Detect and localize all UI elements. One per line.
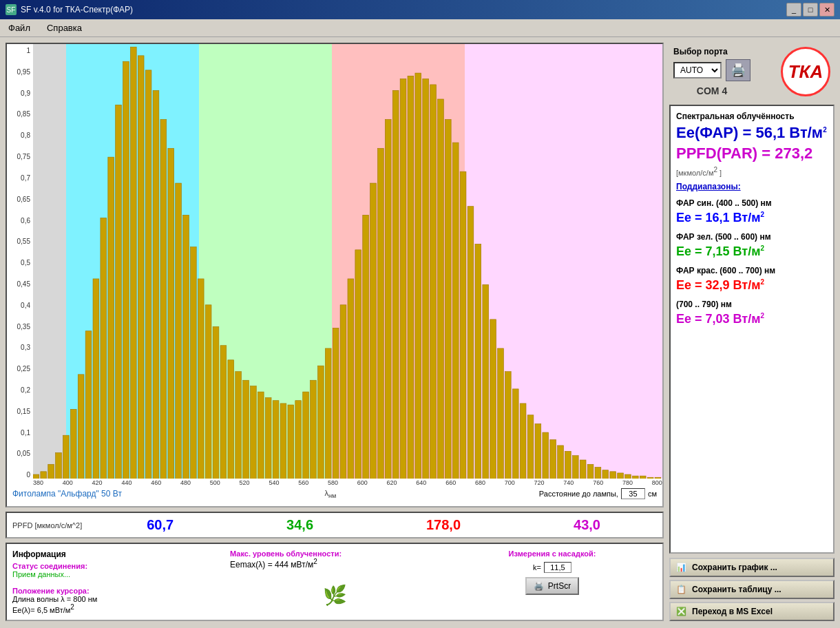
info-measure-section: Измерения с насадкой: k= 🖨️ PrtScr (448, 550, 657, 614)
svg-rect-43 (355, 250, 361, 479)
right-top-section: Выбор порта AUTO COM1 COM2 COM3 COM4 🖨️ … (669, 43, 834, 101)
ppfd-pink-value: 43,0 (574, 517, 600, 533)
info-max-value: Eemax(λ) = 444 мВт/м2 (230, 558, 439, 569)
ppfd-red-value: 178,0 (426, 517, 461, 533)
plant-icon: 🌿 (323, 586, 347, 605)
svg-rect-14 (138, 56, 144, 479)
range1-ee: Ее = 16,1 Вт/м2 (676, 211, 828, 225)
spectrum-bars (33, 44, 662, 479)
svg-rect-12 (123, 61, 129, 479)
svg-rect-39 (325, 348, 331, 479)
svg-rect-33 (280, 404, 286, 479)
svg-rect-81 (640, 476, 646, 479)
window-title: SF v.4.0 for ТКА-Спектр(ФАР) (21, 5, 133, 14)
svg-rect-77 (610, 472, 616, 479)
svg-rect-61 (490, 320, 496, 479)
svg-rect-42 (348, 279, 354, 479)
svg-rect-53 (430, 85, 437, 479)
com-label: COM 4 (673, 85, 750, 96)
maximize-button[interactable]: □ (803, 3, 818, 17)
save-table-button[interactable]: 📋 Сохранить таблицу ... (669, 580, 834, 599)
excel-button[interactable]: ❎ Переход в MS Excel (669, 602, 834, 621)
distance-label: Расстояние до лампы, (539, 490, 618, 498)
svg-rect-17 (160, 119, 167, 479)
svg-rect-18 (168, 149, 174, 479)
svg-rect-35 (295, 401, 302, 479)
svg-rect-26 (228, 360, 234, 479)
ppfd-row-label: PPFD [мкмол/с/м^2] (12, 521, 82, 530)
port-select[interactable]: AUTO COM1 COM2 COM3 COM4 (673, 62, 722, 78)
info-measure-label: Измерения с насадкой: (509, 550, 596, 558)
info-cursor-label: Положение курсора: (12, 587, 222, 595)
distance-unit: см (648, 490, 657, 498)
svg-rect-36 (303, 392, 309, 479)
svg-rect-2 (48, 464, 54, 479)
prtscr-label: PrtScr (548, 581, 571, 591)
port-label: Выбор порта (673, 47, 750, 56)
svg-rect-59 (475, 244, 481, 479)
ppfd-values: 60,7 34,6 178,0 43,0 (90, 517, 657, 533)
svg-rect-71 (565, 451, 571, 479)
save-chart-label: Сохранить график ... (692, 563, 777, 572)
k-input[interactable] (544, 562, 571, 573)
range3-ee: Ее = 32,9 Вт/м2 (676, 278, 828, 293)
svg-rect-70 (558, 446, 564, 479)
svg-rect-34 (288, 405, 294, 479)
svg-rect-74 (587, 464, 594, 479)
port-section: Выбор порта AUTO COM1 COM2 COM3 COM4 🖨️ … (673, 47, 750, 96)
info-section-status: Информация Статус соединения: Прием данн… (12, 550, 222, 614)
svg-rect-79 (625, 474, 631, 479)
info-panel: Информация Статус соединения: Прием данн… (6, 543, 664, 621)
svg-rect-51 (415, 73, 421, 479)
excel-icon: ❎ (676, 607, 686, 616)
k-label: k= (533, 563, 541, 572)
tka-logo-text: ТКА (788, 63, 823, 81)
ppfd-par-value: PPFD(PAR) = 273,2 (676, 145, 828, 163)
svg-rect-73 (580, 460, 586, 479)
svg-rect-27 (235, 372, 242, 479)
svg-rect-38 (317, 366, 324, 479)
svg-rect-20 (183, 215, 189, 479)
spectral-title: Спектральная облучённость (676, 112, 828, 121)
title-bar: SF SF v.4.0 for ТКА-Спектр(ФАР) _ □ ✕ (0, 0, 840, 19)
save-chart-button[interactable]: 📊 Сохранить график ... (669, 558, 834, 577)
svg-rect-1 (41, 472, 47, 479)
svg-rect-67 (535, 423, 541, 479)
svg-rect-63 (505, 372, 512, 479)
info-title: Информация (12, 550, 222, 559)
y-axis: 1 0,95 0,9 0,85 0,8 0,75 0,7 0,65 0,6 0,… (7, 44, 33, 479)
prtscr-button[interactable]: 🖨️ PrtScr (525, 577, 579, 595)
range1-title: ФАР син. (400 .. 500) нм (676, 198, 828, 208)
spectral-section: Спектральная облучённость Ee(ФАР) = 56,1… (669, 105, 834, 554)
svg-rect-8 (93, 279, 99, 479)
svg-rect-65 (520, 404, 526, 479)
svg-rect-50 (408, 76, 414, 479)
distance-input[interactable] (621, 488, 645, 499)
ee-far-value: Ee(ФАР) = 56,1 Вт/м2 (676, 124, 828, 142)
minimize-button[interactable]: _ (786, 3, 801, 17)
ppfd-blue-value: 60,7 (147, 517, 174, 533)
menu-file[interactable]: Файл (6, 21, 33, 34)
svg-rect-21 (191, 247, 197, 479)
save-table-icon: 📋 (676, 585, 686, 594)
right-buttons: 📊 Сохранить график ... 📋 Сохранить табли… (669, 558, 834, 621)
svg-rect-80 (632, 476, 638, 479)
menu-help[interactable]: Справка (44, 21, 85, 34)
prtscr-icon: 🖨️ (534, 581, 544, 591)
svg-rect-30 (258, 392, 264, 479)
main-content: 1 0,95 0,9 0,85 0,8 0,75 0,7 0,65 0,6 0,… (0, 37, 840, 627)
close-button[interactable]: ✕ (819, 3, 834, 17)
x-axis: 380 400 420 440 460 480 500 520 540 560 … (33, 479, 662, 487)
svg-rect-60 (483, 284, 489, 479)
info-max-label: Макс. уровень облученности: (230, 550, 439, 558)
save-table-label: Сохранить таблицу ... (692, 585, 781, 594)
svg-rect-47 (385, 119, 391, 479)
svg-rect-0 (33, 474, 39, 479)
info-max-section: Макс. уровень облученности: Eemax(λ) = 4… (230, 550, 439, 614)
svg-rect-9 (101, 218, 107, 479)
svg-rect-37 (311, 380, 317, 479)
distance-box: Расстояние до лампы, см (539, 488, 657, 499)
sub-ranges-title: Поддиапазоны: (676, 182, 828, 191)
ppfd-unit: [мкмол/с/м2 ] (676, 166, 828, 177)
svg-rect-32 (273, 401, 279, 479)
